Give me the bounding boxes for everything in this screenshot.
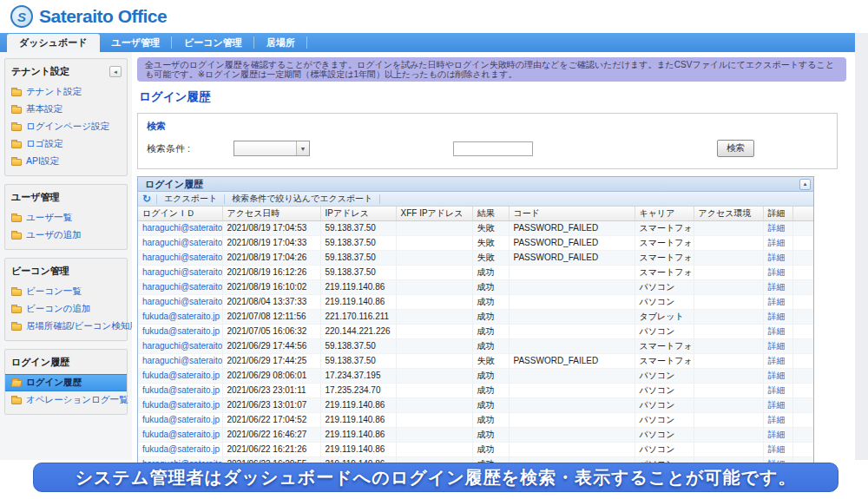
detail-link[interactable]: 詳細 xyxy=(763,397,792,412)
login-id-link[interactable]: fukuda@sateraito.jp xyxy=(138,427,222,442)
ip-address-cell: 219.119.140.86 xyxy=(320,279,396,294)
detail-link[interactable]: 詳細 xyxy=(763,338,792,353)
result-cell: 失敗 xyxy=(472,353,509,368)
sidebar: テナント設定 ◄ テナント設定 基本設定 xyxy=(0,52,132,460)
sidebar-item[interactable]: テナント設定 xyxy=(5,83,127,101)
login-id-link[interactable]: fukuda@sateraito.jp xyxy=(138,368,222,383)
sidebar-item[interactable]: ログインページ設定 xyxy=(5,118,127,135)
sidebar-item[interactable]: ユーザ一覧 xyxy=(5,209,127,227)
col-header-login-id: ログインＩＤ xyxy=(138,207,222,220)
code-cell: PASSWORD_FAILED xyxy=(509,353,635,368)
panel-title: ログイン履歴 xyxy=(145,178,203,191)
detail-link[interactable]: 詳細 xyxy=(763,235,792,250)
toolbar-divider xyxy=(224,194,225,204)
login-id-link[interactable]: haraguchi@sateraito.jp xyxy=(138,220,222,235)
filler-cell xyxy=(792,220,813,235)
access-datetime-cell: 2021/06/23 23:01:11 xyxy=(222,383,320,397)
table-row: haraguchi@sateraito.jp 2021/08/04 13:37:… xyxy=(138,294,813,309)
login-id-link[interactable]: fukuda@sateraito.jp xyxy=(138,397,222,412)
table-row: fukuda@sateraito.jp 2021/06/22 17:04:52 … xyxy=(138,412,813,427)
access-env-cell xyxy=(694,265,763,279)
sidebar-item[interactable]: API設定 xyxy=(5,153,127,170)
access-datetime-cell: 2021/08/19 17:04:26 xyxy=(222,250,320,265)
login-id-link[interactable]: haraguchi@sateraito.jp xyxy=(138,279,222,294)
login-id-link[interactable]: fukuda@sateraito.jp xyxy=(138,309,222,324)
right-gutter xyxy=(855,33,868,460)
sidebar-item-list: テナント設定 基本設定 ログインページ設定 ロゴ設定 xyxy=(5,83,127,170)
search-keyword-input[interactable] xyxy=(453,141,533,156)
sidebar-item[interactable]: ログイン履歴 xyxy=(5,374,127,391)
sidebar-item[interactable]: オペレーションログ一覧 xyxy=(5,391,127,409)
detail-link[interactable]: 詳細 xyxy=(763,279,792,294)
detail-link[interactable]: 詳細 xyxy=(763,309,792,324)
sidebar-collapse-button[interactable]: ◄ xyxy=(109,66,122,77)
login-id-link[interactable]: fukuda@sateraito.jp xyxy=(138,383,222,397)
folder-icon xyxy=(11,306,22,313)
xff-ip-address-cell xyxy=(396,324,472,338)
sidebar-item[interactable]: 居場所確認/ビーコン検知履歴 xyxy=(5,318,127,335)
search-condition-select[interactable]: ▼ xyxy=(233,141,310,156)
detail-link[interactable]: 詳細 xyxy=(763,412,792,427)
access-env-cell xyxy=(694,412,763,427)
folder-icon xyxy=(11,233,22,240)
xff-ip-address-cell xyxy=(396,383,472,397)
detail-link[interactable]: 詳細 xyxy=(763,353,792,368)
sidebar-item[interactable]: ユーザの追加 xyxy=(5,227,127,244)
detail-link[interactable]: 詳細 xyxy=(763,294,792,309)
xff-ip-address-cell xyxy=(396,250,472,265)
login-id-link[interactable]: fukuda@sateraito.jp xyxy=(138,324,222,338)
info-banner: 全ユーザのログイン履歴を確認することができます。ログインを試みた日時やログイン失… xyxy=(137,57,846,82)
login-id-link[interactable]: haraguchi@sateraito.jp xyxy=(138,353,222,368)
ip-address-cell: 220.144.221.226 xyxy=(320,324,396,338)
export-filtered-button[interactable]: 検索条件で絞り込んでエクスポート xyxy=(230,193,374,205)
detail-link[interactable]: 詳細 xyxy=(763,442,792,456)
nav-tab[interactable]: 居場所 xyxy=(254,33,307,52)
export-button[interactable]: エクスポート xyxy=(162,193,219,205)
detail-link[interactable]: 詳細 xyxy=(763,324,792,338)
filler-cell xyxy=(792,338,813,353)
sidebar-item[interactable]: ビーコンの追加 xyxy=(5,300,127,318)
detail-link[interactable]: 詳細 xyxy=(763,368,792,383)
col-header-detail: 詳細 xyxy=(763,207,792,220)
filler-cell xyxy=(792,383,813,397)
code-cell xyxy=(509,265,635,279)
login-id-link[interactable]: haraguchi@sateraito.jp xyxy=(138,338,222,353)
detail-link[interactable]: 詳細 xyxy=(763,383,792,397)
detail-link[interactable]: 詳細 xyxy=(763,265,792,279)
nav-tab-label: ビーコン管理 xyxy=(184,36,242,49)
table-row: haraguchi@sateraito.jp 2021/08/19 16:10:… xyxy=(138,279,813,294)
login-id-link[interactable]: fukuda@sateraito.jp xyxy=(138,442,222,456)
refresh-icon[interactable]: ↻ xyxy=(142,194,151,203)
detail-link[interactable]: 詳細 xyxy=(763,427,792,442)
sidebar-item-label: ビーコンの追加 xyxy=(26,303,90,315)
carrier-cell: スマートフォン xyxy=(635,338,694,353)
nav-tab[interactable]: ユーザ管理 xyxy=(100,33,173,52)
code-cell xyxy=(509,397,635,412)
sidebar-item[interactable]: 基本設定 xyxy=(5,101,127,118)
col-header-access-datetime: アクセス日時 xyxy=(222,207,320,220)
nav-tab[interactable]: ダッシュボード xyxy=(7,34,100,52)
sidebar-item-label: ユーザの追加 xyxy=(26,229,82,241)
sidebar-item[interactable]: ロゴ設定 xyxy=(5,135,127,153)
ip-address-cell: 219.119.140.86 xyxy=(320,397,396,412)
search-button[interactable]: 検索 xyxy=(717,140,754,157)
access-datetime-cell: 2021/06/22 17:04:52 xyxy=(222,412,320,427)
code-cell xyxy=(509,383,635,397)
detail-link[interactable]: 詳細 xyxy=(763,220,792,235)
carrier-cell: パソコン xyxy=(635,427,694,442)
login-id-link[interactable]: haraguchi@sateraito.jp xyxy=(138,265,222,279)
detail-link[interactable]: 詳細 xyxy=(763,250,792,265)
login-id-link[interactable]: haraguchi@sateraito.jp xyxy=(138,250,222,265)
filler-cell xyxy=(792,294,813,309)
nav-tab[interactable]: ビーコン管理 xyxy=(172,33,254,52)
col-header-access-env: アクセス環境 xyxy=(694,207,763,220)
sidebar-item[interactable]: ビーコン一覧 xyxy=(5,283,127,300)
panel-collapse-button[interactable]: ▲ xyxy=(799,179,811,190)
login-id-link[interactable]: haraguchi@sateraito.jp xyxy=(138,235,222,250)
access-env-cell xyxy=(694,338,763,353)
xff-ip-address-cell xyxy=(396,309,472,324)
login-id-link[interactable]: fukuda@sateraito.jp xyxy=(138,412,222,427)
login-id-link[interactable]: haraguchi@sateraito.jp xyxy=(138,294,222,309)
ip-address-cell: 59.138.37.50 xyxy=(320,250,396,265)
access-env-cell xyxy=(694,397,763,412)
